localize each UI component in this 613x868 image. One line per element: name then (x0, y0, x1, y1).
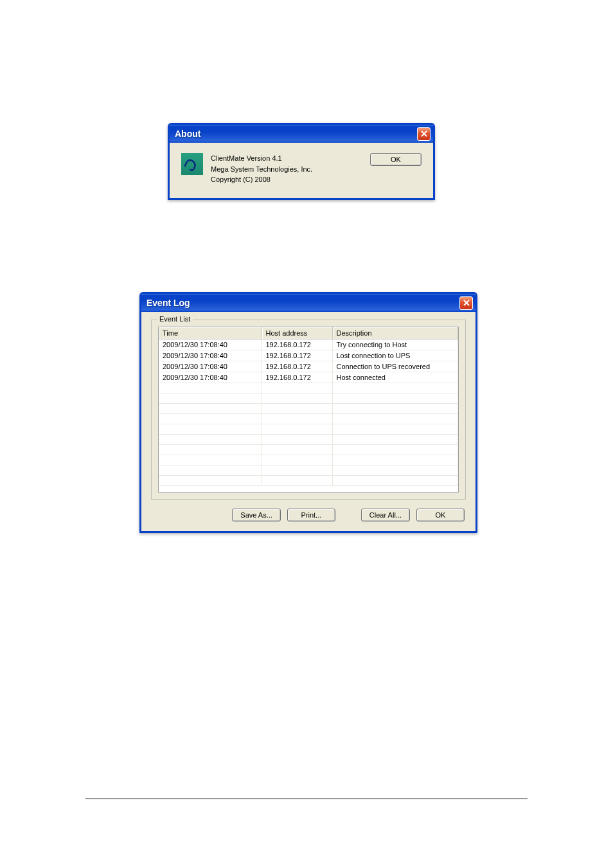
event-list-fieldset: Event List Time Host address Description… (151, 320, 466, 500)
cell-time (159, 424, 262, 435)
cell-host (262, 393, 332, 404)
about-copyright: Copyright (C) 2008 (211, 174, 362, 185)
cell-time (159, 466, 262, 476)
cell-host (262, 424, 332, 435)
cell-time (159, 404, 262, 414)
cell-description (332, 455, 458, 466)
close-button[interactable] (459, 296, 473, 310)
table-row[interactable] (159, 404, 458, 414)
cell-host: 192.168.0.172 (262, 372, 332, 383)
ok-button[interactable]: OK (416, 509, 465, 521)
cell-host (262, 445, 332, 455)
ok-button[interactable]: OK (370, 153, 422, 166)
cell-description (332, 435, 458, 445)
cell-description (332, 424, 458, 435)
cell-description (332, 404, 458, 414)
event-table: Time Host address Description 2009/12/30… (159, 327, 458, 486)
column-host[interactable]: Host address (262, 327, 332, 339)
cell-description: Lost connection to UPS (332, 350, 458, 361)
cell-time: 2009/12/30 17:08:40 (159, 372, 262, 383)
table-header-row: Time Host address Description (159, 327, 458, 339)
event-list-legend: Event List (157, 315, 193, 323)
table-row[interactable]: 2009/12/30 17:08:40192.168.0.172Try conn… (159, 339, 458, 350)
app-icon (181, 153, 203, 175)
cell-description (332, 393, 458, 404)
about-body: ClientMate Version 4.1 Mega System Techn… (170, 143, 433, 198)
cell-host (262, 404, 332, 414)
about-dialog: About ClientMate Version 4.1 Mega System… (168, 123, 435, 200)
cell-host (262, 383, 332, 393)
cell-description (332, 383, 458, 393)
cell-time: 2009/12/30 17:08:40 (159, 361, 262, 372)
cell-time (159, 445, 262, 455)
cell-description (332, 476, 458, 486)
table-row[interactable] (159, 435, 458, 445)
cell-time (159, 414, 262, 424)
cell-description: Host connected (332, 372, 458, 383)
table-row[interactable]: 2009/12/30 17:08:40192.168.0.172Lost con… (159, 350, 458, 361)
cell-host (262, 466, 332, 476)
table-row[interactable]: 2009/12/30 17:08:40192.168.0.172Host con… (159, 372, 458, 383)
table-row[interactable] (159, 455, 458, 466)
about-titlebar[interactable]: About (170, 125, 433, 143)
cell-host: 192.168.0.172 (262, 339, 332, 350)
cell-host (262, 435, 332, 445)
cell-host (262, 476, 332, 486)
save-as-button[interactable]: Save As... (232, 509, 281, 521)
table-row[interactable] (159, 445, 458, 455)
eventlog-body: Event List Time Host address Description… (141, 312, 475, 531)
table-row[interactable] (159, 414, 458, 424)
cell-time (159, 435, 262, 445)
table-row[interactable] (159, 476, 458, 486)
about-company: Mega System Technologies, Inc. (211, 164, 362, 175)
column-description[interactable]: Description (332, 327, 458, 339)
close-icon (463, 299, 470, 307)
about-version: ClientMate Version 4.1 (211, 153, 362, 164)
print-button[interactable]: Print... (287, 509, 335, 521)
cell-host (262, 414, 332, 424)
clear-all-button[interactable]: Clear All... (361, 509, 410, 521)
table-row[interactable] (159, 424, 458, 435)
page-divider (85, 799, 528, 799)
cell-time: 2009/12/30 17:08:40 (159, 339, 262, 350)
cell-description (332, 445, 458, 455)
cell-time (159, 383, 262, 393)
cell-description (332, 414, 458, 424)
cell-time: 2009/12/30 17:08:40 (159, 350, 262, 361)
about-title: About (175, 129, 200, 139)
cell-description: Try connecting to Host (332, 339, 458, 350)
cell-time (159, 455, 262, 466)
table-row[interactable] (159, 383, 458, 393)
cell-host: 192.168.0.172 (262, 350, 332, 361)
cell-time (159, 476, 262, 486)
column-time[interactable]: Time (159, 327, 262, 339)
cell-host (262, 455, 332, 466)
eventlog-dialog: Event Log Event List Time Host address D… (139, 292, 477, 533)
cell-host: 192.168.0.172 (262, 361, 332, 372)
table-row[interactable] (159, 466, 458, 476)
close-icon (420, 130, 428, 138)
event-table-container[interactable]: Time Host address Description 2009/12/30… (158, 327, 459, 493)
close-button[interactable] (417, 127, 431, 141)
cell-time (159, 393, 262, 404)
eventlog-titlebar[interactable]: Event Log (141, 294, 475, 312)
table-row[interactable]: 2009/12/30 17:08:40192.168.0.172Connecti… (159, 361, 458, 372)
eventlog-title: Event Log (147, 298, 190, 308)
cell-description (332, 466, 458, 476)
cell-description: Connection to UPS recovered (332, 361, 458, 372)
about-text: ClientMate Version 4.1 Mega System Techn… (211, 153, 362, 185)
button-row: Save As... Print... Clear All... OK (151, 509, 466, 521)
table-row[interactable] (159, 393, 458, 404)
